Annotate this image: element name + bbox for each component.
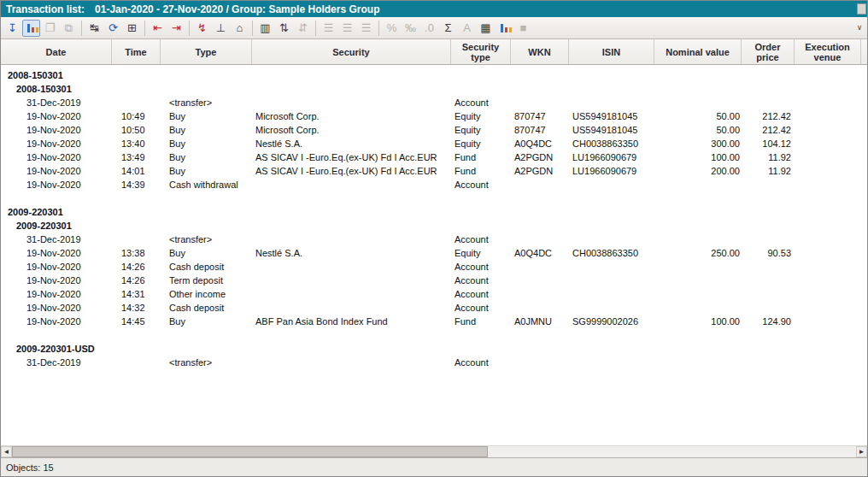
cell-sectype: Account <box>451 260 511 274</box>
cell-date: 19-Nov-2020 <box>1 178 112 191</box>
cell-time: 13:38 <box>112 246 161 260</box>
cell-sectype: Account <box>451 274 511 287</box>
column-header-time[interactable]: Time <box>112 39 161 64</box>
cell-wkn <box>511 205 569 219</box>
filter-icon[interactable]: ⊞ <box>123 20 141 37</box>
toolbar-overflow-icon[interactable]: ∨ <box>854 21 865 36</box>
cell-isin <box>569 301 654 315</box>
cell-wkn <box>511 274 569 287</box>
cell-sectype <box>451 219 511 233</box>
sum-icon[interactable]: Σ <box>439 20 457 37</box>
spacer-row <box>1 328 867 342</box>
cell-date: 19-Nov-2020 <box>1 164 112 178</box>
cell-date: 19-Nov-2020 <box>1 123 112 137</box>
cell-isin: US5949181045 <box>569 123 654 137</box>
cell-time: 14:32 <box>112 301 161 315</box>
column-header-type[interactable]: Type <box>161 39 252 64</box>
cell-time: 14:26 <box>112 260 161 274</box>
table-row[interactable]: 19-Nov-202014:39Cash withdrawalAccount <box>1 178 867 191</box>
cell-sectype: Equity <box>451 109 511 123</box>
subgroup-row[interactable]: 2009-220301 <box>1 219 867 233</box>
align-left-icon: ☰ <box>320 20 337 37</box>
transaction-list-window: Transaction list: 01-Jan-2020 - 27-Nov-2… <box>0 0 868 477</box>
table-body: 2008-1503012008-15030131-Dec-2019<transf… <box>1 65 867 445</box>
spacer-row <box>1 191 867 205</box>
scroll-left-button[interactable]: ◄ <box>1 446 12 457</box>
cell-venue <box>795 246 861 260</box>
table-row[interactable]: 19-Nov-202014:32Cash depositAccount <box>1 301 867 315</box>
cell-nominal <box>654 260 742 274</box>
table-row[interactable]: 31-Dec-2019<transfer>Account <box>1 96 867 109</box>
column-header-wkn[interactable]: WKN <box>511 39 569 64</box>
table-row[interactable]: 19-Nov-202014:45BuyABF Pan Asia Bond Ind… <box>1 315 867 328</box>
refresh-icon[interactable]: ⟳ <box>104 20 122 37</box>
cell-date: 19-Nov-2020 <box>1 150 112 164</box>
column-header-nominal[interactable]: Nominal value <box>654 39 742 64</box>
cell-time: 13:40 <box>112 137 161 150</box>
cell-price <box>742 68 795 82</box>
columns-icon[interactable]: ▥ <box>256 20 274 37</box>
table-row[interactable]: 19-Nov-202010:49BuyMicrosoft Corp.Equity… <box>1 109 867 123</box>
table-row[interactable]: 19-Nov-202013:38BuyNestlé S.A.EquityA0Q4… <box>1 246 867 260</box>
table-row[interactable]: 19-Nov-202010:50BuyMicrosoft Corp.Equity… <box>1 123 867 137</box>
subgroup-row[interactable]: 2008-150301 <box>1 82 867 96</box>
cell-isin: CH0038863350 <box>569 137 654 150</box>
scrollbar-thumb[interactable] <box>12 446 488 457</box>
column-header-date[interactable]: Date <box>1 39 112 64</box>
cell-nominal <box>654 178 742 191</box>
cell-isin <box>569 342 654 356</box>
cell-venue <box>795 164 861 178</box>
horizontal-scrollbar[interactable]: ◄ ► <box>1 445 867 457</box>
cell-nominal: 200.00 <box>654 164 742 178</box>
table-row[interactable]: 19-Nov-202013:40BuyNestlé S.A.EquityA0Q4… <box>1 137 867 150</box>
period-icon[interactable]: ↹ <box>85 20 103 37</box>
subgroup-row[interactable]: 2009-220301-USD <box>1 342 867 356</box>
cell-date: 19-Nov-2020 <box>1 109 112 123</box>
grid-icon[interactable]: ▦ <box>477 20 495 37</box>
cell-date: 2009-220301 <box>1 219 112 233</box>
cell-isin: US5949181045 <box>569 109 654 123</box>
table-row[interactable]: 31-Dec-2019<transfer>Account <box>1 233 867 246</box>
goto-first-icon[interactable]: ⇤ <box>149 20 167 37</box>
cell-wkn: A0Q4DC <box>511 137 569 150</box>
bank-icon[interactable]: ⌂ <box>231 20 249 37</box>
scroll-right-button[interactable]: ► <box>856 446 867 457</box>
group-row[interactable]: 2009-220301 <box>1 205 867 219</box>
baseline-icon[interactable]: ⊥ <box>212 20 230 37</box>
sort-asc-icon[interactable]: ⇅ <box>275 20 293 37</box>
drilldown-icon[interactable]: ↯ <box>193 20 211 37</box>
table-row[interactable]: 19-Nov-202013:49BuyAS SICAV I -Euro.Eq.(… <box>1 150 867 164</box>
cell-date: 2009-220301 <box>1 205 112 219</box>
cell-date: 31-Dec-2019 <box>1 233 112 246</box>
cell-wkn <box>511 96 569 109</box>
cell-venue <box>795 123 861 137</box>
cell-security: AS SICAV I -Euro.Eq.(ex-UK) Fd I Acc.EUR <box>252 164 451 178</box>
cell-wkn: A0Q4DC <box>511 246 569 260</box>
toolbar-separator <box>252 21 253 36</box>
cell-nominal: 50.00 <box>654 109 742 123</box>
column-header-price[interactable]: Order price <box>742 39 795 64</box>
table-row[interactable]: 19-Nov-202014:26Term depositAccount <box>1 274 867 287</box>
table-row[interactable]: 19-Nov-202014:01BuyAS SICAV I -Euro.Eq.(… <box>1 164 867 178</box>
goto-last-icon[interactable]: ⇥ <box>167 20 185 37</box>
table-row[interactable]: 19-Nov-202014:26Cash depositAccount <box>1 260 867 274</box>
cell-wkn <box>511 342 569 356</box>
group-row[interactable]: 2008-150301 <box>1 68 867 82</box>
cell-nominal <box>654 219 742 233</box>
column-header-security[interactable]: Security <box>252 39 451 64</box>
cell-price <box>742 260 795 274</box>
export-icon[interactable]: ↧ <box>3 20 21 37</box>
chart-panel-icon[interactable] <box>22 20 40 37</box>
toolbar-separator <box>315 21 316 36</box>
table-row[interactable]: 31-Dec-2019<transfer>Account <box>1 356 867 369</box>
chart-bars-icon[interactable] <box>496 20 513 37</box>
column-header-isin[interactable]: ISIN <box>569 39 654 64</box>
header-filler <box>861 39 867 64</box>
column-header-venue[interactable]: Execution venue <box>795 39 861 64</box>
table-row[interactable]: 19-Nov-202014:31Other incomeAccount <box>1 287 867 301</box>
cell-sectype: Account <box>451 287 511 301</box>
cell-isin <box>569 68 654 82</box>
column-header-sectype[interactable]: Security type <box>451 39 511 64</box>
cell-security <box>252 356 451 369</box>
cell-time: 14:31 <box>112 287 161 301</box>
